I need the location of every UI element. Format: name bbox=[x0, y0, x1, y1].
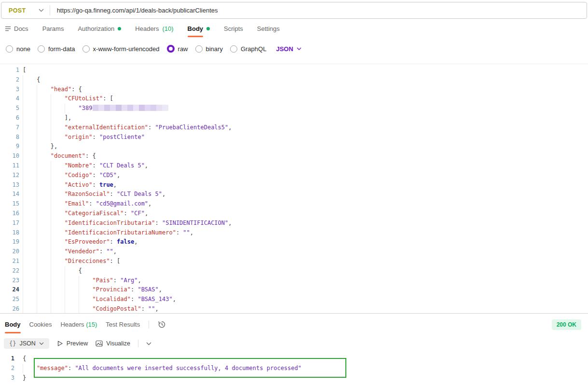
line-number: 11 bbox=[0, 161, 19, 171]
radio-circle-selected bbox=[167, 45, 175, 53]
code-token: , bbox=[145, 210, 148, 217]
radio-circle bbox=[230, 45, 237, 53]
code-token: , bbox=[155, 305, 159, 312]
response-tab-cookies[interactable]: Cookies bbox=[29, 321, 52, 328]
code-token: : bbox=[176, 229, 183, 236]
response-format-select[interactable]: {} JSON bbox=[4, 338, 49, 349]
indent-guide bbox=[23, 75, 23, 85]
code-line: 10"document": { bbox=[0, 151, 588, 161]
indent-guide bbox=[51, 171, 51, 180]
code-line: 22{ bbox=[0, 266, 588, 276]
indent-guide bbox=[37, 228, 37, 238]
url-input[interactable]: https://go-qa.finneg.com/api/1/deals-bac… bbox=[50, 7, 587, 14]
body-type-row: none form-data x-www-form-urlencoded raw… bbox=[0, 38, 588, 59]
chevron-down-icon bbox=[297, 47, 301, 50]
indent-guide bbox=[23, 266, 23, 276]
code-line: 24"Provincia": "BSAS", bbox=[0, 285, 588, 295]
indent-guide bbox=[23, 113, 23, 123]
response-history-button[interactable] bbox=[158, 320, 166, 329]
response-tab-headers[interactable]: Headers (15) bbox=[60, 321, 97, 328]
indent-guide bbox=[23, 161, 23, 171]
request-body-editor[interactable]: 1[2{3"head": {4"CFUtoList": [5"3896],7"e… bbox=[0, 64, 588, 313]
response-body-viewer[interactable]: 1{2"message": "All documents were insert… bbox=[0, 352, 588, 383]
response-tab-body[interactable]: Body bbox=[5, 321, 21, 328]
radio-graphql[interactable]: GraphQL bbox=[230, 45, 266, 53]
tab-headers[interactable]: Headers (10) bbox=[135, 19, 173, 38]
indent-guide bbox=[37, 151, 37, 161]
code-token: } bbox=[23, 374, 26, 381]
code-token: false bbox=[117, 238, 134, 245]
indent-guide bbox=[37, 209, 37, 219]
code-token: "CategoriaFiscal" bbox=[65, 210, 124, 217]
line-number: 8 bbox=[0, 133, 19, 142]
code-token: : bbox=[89, 200, 96, 207]
line-number: 21 bbox=[0, 257, 19, 266]
code-token: "BSAS" bbox=[137, 286, 158, 293]
indent-guide bbox=[23, 364, 23, 373]
indent-guide bbox=[23, 257, 23, 266]
tab-params[interactable]: Params bbox=[42, 19, 64, 38]
indent-guide bbox=[79, 285, 79, 295]
request-tabs: Docs Params Authorization Headers (10) B… bbox=[0, 19, 588, 38]
radio-raw[interactable]: raw bbox=[167, 45, 188, 53]
code-line: 11"Nombre": "CLT Deals 5", bbox=[0, 161, 588, 171]
indent-guide bbox=[23, 142, 23, 151]
tab-settings[interactable]: Settings bbox=[257, 19, 280, 38]
code-token: : bbox=[92, 162, 99, 169]
radio-circle bbox=[6, 45, 13, 53]
indent-guide bbox=[23, 285, 23, 295]
indent-guide bbox=[51, 161, 51, 171]
indent-guide bbox=[23, 85, 23, 95]
raw-language-select[interactable]: JSON bbox=[276, 45, 301, 53]
indent-guide bbox=[51, 219, 51, 228]
line-number: 1 bbox=[0, 66, 19, 75]
method-select[interactable]: POST bbox=[1, 7, 50, 14]
tab-scripts[interactable]: Scripts bbox=[224, 19, 243, 38]
preview-button[interactable]: Preview bbox=[57, 340, 88, 347]
indent-guide bbox=[37, 247, 37, 257]
indent-guide bbox=[51, 257, 51, 266]
indent-guide bbox=[51, 285, 51, 295]
code-token: "" bbox=[148, 305, 155, 312]
braces-icon: {} bbox=[9, 340, 16, 347]
code-token: "BSAS_143" bbox=[137, 296, 172, 302]
code-token: "CF" bbox=[131, 210, 145, 217]
indent-guide bbox=[23, 151, 23, 161]
tab-docs[interactable]: Docs bbox=[5, 19, 28, 38]
indent-guide bbox=[51, 123, 51, 133]
indent-guide bbox=[65, 285, 65, 295]
code-line: 16"CategoriaFiscal": "CF", bbox=[0, 209, 588, 219]
code-line: 13"Activo": true, bbox=[0, 180, 588, 190]
indent-guide bbox=[23, 276, 23, 286]
indent-guide bbox=[23, 209, 23, 219]
response-tab-test-results[interactable]: Test Results bbox=[106, 321, 140, 328]
toolbar-chevron-down-icon[interactable] bbox=[146, 342, 151, 345]
indent-guide bbox=[37, 142, 37, 151]
radio-binary[interactable]: binary bbox=[195, 45, 223, 53]
chevron-down-icon bbox=[39, 9, 44, 12]
indent-guide bbox=[65, 276, 65, 286]
indent-guide bbox=[37, 295, 37, 304]
code-token: "origin" bbox=[65, 134, 93, 140]
tab-body[interactable]: Body bbox=[188, 19, 210, 38]
visualize-button[interactable]: Visualize bbox=[96, 340, 130, 347]
code-token: : bbox=[124, 210, 131, 217]
radio-form-data[interactable]: form-data bbox=[38, 45, 75, 53]
radio-none[interactable]: none bbox=[6, 45, 30, 53]
code-line: 2"message": "All documents were inserted… bbox=[0, 364, 588, 373]
tabs-divider bbox=[149, 321, 149, 329]
code-token: "CodigoPostal" bbox=[92, 305, 141, 312]
code-token: "document" bbox=[51, 152, 85, 159]
code-token: , bbox=[159, 286, 162, 293]
radio-x-www-form-urlencoded[interactable]: x-www-form-urlencoded bbox=[82, 45, 160, 53]
indent-guide bbox=[79, 295, 79, 304]
code-line: 1[ bbox=[0, 66, 588, 75]
indent-guide bbox=[79, 276, 79, 286]
indent-guide bbox=[23, 180, 23, 190]
radio-circle bbox=[82, 45, 90, 53]
code-token: : bbox=[92, 181, 99, 188]
indent-guide bbox=[37, 276, 37, 286]
response-tabs: Body Cookies Headers (15) Test Results 2… bbox=[0, 314, 588, 335]
code-token: : [ bbox=[103, 95, 113, 102]
tab-authorization[interactable]: Authorization bbox=[78, 19, 121, 38]
